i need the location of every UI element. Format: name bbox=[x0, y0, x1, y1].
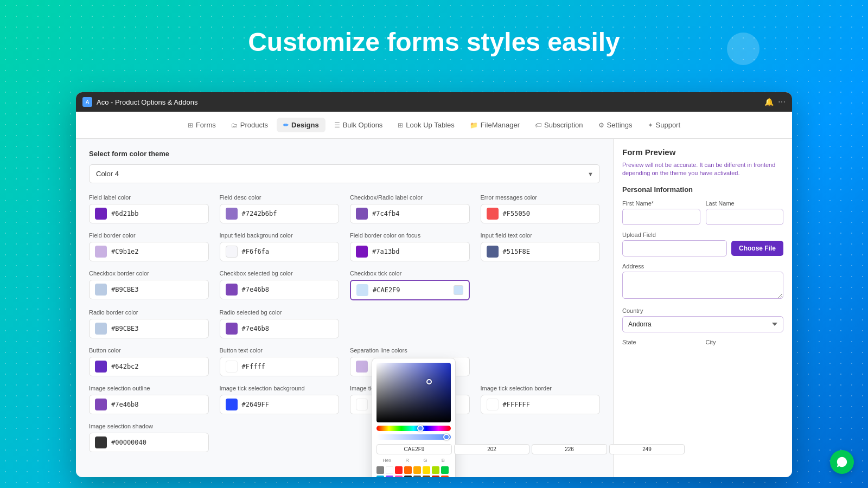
picker-g-input[interactable]: 226 bbox=[532, 444, 607, 454]
radio-border-swatch[interactable] bbox=[95, 323, 107, 335]
choose-file-button[interactable]: Choose File bbox=[731, 241, 783, 256]
nav-file-manager[interactable]: 📁 FileManager bbox=[463, 118, 526, 132]
checkbox-label-color-input[interactable]: #7c4fb4 bbox=[350, 204, 470, 223]
nav-forms[interactable]: ⊞ Forms bbox=[181, 118, 222, 132]
picker-hue-bar[interactable] bbox=[376, 426, 451, 431]
preset-dark[interactable] bbox=[404, 476, 412, 477]
picker-b-input[interactable]: 249 bbox=[609, 444, 685, 454]
color-field-button: Button color #642bc2 bbox=[89, 347, 209, 376]
focus-border-swatch[interactable] bbox=[356, 246, 368, 258]
country-select[interactable]: Andorra United States United Kingdom Fra… bbox=[622, 316, 783, 332]
error-color-input[interactable]: #F55050 bbox=[481, 204, 601, 223]
img-tick-color-swatch[interactable] bbox=[356, 399, 368, 410]
preset-red[interactable] bbox=[395, 466, 403, 474]
preview-warning: Preview will not be accurate. It can be … bbox=[622, 161, 783, 178]
field-border-swatch[interactable] bbox=[95, 246, 107, 258]
button-text-swatch[interactable] bbox=[226, 361, 238, 373]
checkbox-selected-bg-swatch[interactable] bbox=[226, 284, 238, 296]
preset-scarlet[interactable] bbox=[441, 476, 449, 477]
error-swatch[interactable] bbox=[487, 208, 499, 220]
input-bg-swatch[interactable] bbox=[226, 246, 238, 258]
nav-products[interactable]: 🗂 Products bbox=[225, 118, 275, 132]
app-icon: A bbox=[82, 97, 92, 107]
preset-white[interactable] bbox=[386, 466, 393, 474]
img-shadow-swatch[interactable] bbox=[95, 436, 107, 448]
field-label-color-input[interactable]: #6d21bb bbox=[89, 204, 209, 223]
forms-icon: ⊞ bbox=[188, 121, 193, 129]
img-tick-bg-input[interactable]: #2649FF bbox=[220, 395, 340, 414]
radio-border-input[interactable]: #B9CBE3 bbox=[89, 319, 209, 338]
input-text-swatch[interactable] bbox=[487, 246, 499, 258]
field-label-swatch[interactable] bbox=[95, 208, 107, 220]
nav-support[interactable]: ✦ Support bbox=[641, 118, 687, 132]
more-icon[interactable]: ⋯ bbox=[778, 98, 786, 106]
upload-input[interactable] bbox=[622, 240, 727, 256]
first-name-field: First Name* bbox=[622, 200, 700, 225]
preset-mid[interactable] bbox=[413, 476, 421, 477]
nav-settings[interactable]: ⚙ Settings bbox=[592, 118, 639, 132]
nav-lookup-table[interactable]: ⊞ Look Up Tables bbox=[391, 118, 461, 132]
button-color-input[interactable]: #642bc2 bbox=[89, 357, 209, 376]
picker-opacity-bar[interactable] bbox=[376, 434, 451, 440]
img-shadow-label: Image selection shadow bbox=[89, 423, 209, 429]
img-tick-bg-swatch[interactable] bbox=[226, 399, 238, 410]
img-tick-border-input[interactable]: #FFFFFF bbox=[481, 395, 601, 414]
preset-darkred[interactable] bbox=[432, 476, 439, 477]
preset-green[interactable] bbox=[441, 466, 449, 474]
img-outline-swatch[interactable] bbox=[95, 399, 107, 410]
preset-pink[interactable] bbox=[395, 476, 403, 477]
picker-cursor[interactable] bbox=[426, 379, 432, 384]
preset-brown[interactable] bbox=[423, 476, 430, 477]
preset-lime[interactable] bbox=[432, 466, 439, 474]
color-field-checkbox-tick: Checkbox tick color #CAE2F9 bbox=[350, 270, 470, 300]
color-picker-popup[interactable]: CAE2F9 202 226 249 Hex R G B bbox=[372, 358, 456, 477]
focus-border-input[interactable]: #7a13bd bbox=[350, 242, 470, 261]
color-grid-row1: Field label color #6d21bb Field desc col… bbox=[89, 194, 600, 452]
img-tick-border-swatch[interactable] bbox=[487, 399, 499, 410]
picker-gradient[interactable] bbox=[376, 363, 451, 422]
nav-forms-label: Forms bbox=[196, 121, 216, 129]
picker-opacity-thumb[interactable] bbox=[443, 434, 450, 440]
input-text-input[interactable]: #515F8E bbox=[481, 242, 601, 261]
preset-amber[interactable] bbox=[413, 466, 421, 474]
checkbox-tick-swatch[interactable] bbox=[356, 284, 368, 296]
first-name-input[interactable] bbox=[622, 209, 700, 225]
checkbox-tick-value: #CAE2F9 bbox=[373, 286, 400, 294]
preset-gray[interactable] bbox=[376, 466, 384, 474]
picker-r-input[interactable]: 202 bbox=[454, 444, 529, 454]
separation-swatch[interactable] bbox=[356, 361, 368, 373]
button-color-swatch[interactable] bbox=[95, 361, 107, 373]
bell-icon[interactable]: 🔔 bbox=[764, 98, 774, 106]
img-outline-input[interactable]: #7e46b8 bbox=[89, 395, 209, 414]
checkbox-border-swatch[interactable] bbox=[95, 284, 107, 296]
field-desc-color-input[interactable]: #7242b6bf bbox=[220, 204, 340, 223]
picker-hex-input[interactable]: CAE2F9 bbox=[376, 444, 452, 454]
field-border-input[interactable]: #C9b1e2 bbox=[89, 242, 209, 261]
picker-hue-thumb[interactable] bbox=[417, 425, 424, 432]
nav-designs[interactable]: ✏ Designs bbox=[277, 118, 326, 132]
button-text-input[interactable]: #Fffff bbox=[220, 357, 340, 376]
radio-selected-bg-swatch[interactable] bbox=[226, 323, 238, 335]
preset-cyan[interactable] bbox=[376, 476, 384, 477]
last-name-input[interactable] bbox=[706, 209, 784, 225]
chat-button[interactable] bbox=[830, 450, 854, 474]
checkbox-label-swatch[interactable] bbox=[356, 208, 368, 220]
address-input[interactable] bbox=[622, 272, 783, 299]
field-desc-swatch[interactable] bbox=[226, 208, 238, 220]
preset-purple[interactable] bbox=[386, 476, 393, 477]
color-field-empty3 bbox=[481, 309, 601, 338]
checkbox-border-input[interactable]: #B9CBE3 bbox=[89, 280, 209, 299]
theme-select[interactable]: Color 4 Color 1 Color 2 Color 3 bbox=[89, 164, 600, 183]
checkbox-tick-input[interactable]: #CAE2F9 bbox=[350, 280, 470, 300]
nav-subscription[interactable]: 🏷 Subscription bbox=[528, 118, 590, 132]
field-label-value: #6d21bb bbox=[111, 210, 139, 217]
preset-orange[interactable] bbox=[404, 466, 412, 474]
nav-bulk-options[interactable]: ☰ Bulk Options bbox=[328, 118, 390, 132]
error-value: #F55050 bbox=[503, 210, 531, 217]
radio-selected-bg-input[interactable]: #7e46b8 bbox=[220, 319, 340, 338]
img-shadow-input[interactable]: #00000040 bbox=[89, 433, 209, 452]
last-name-field: Last Name bbox=[706, 200, 784, 225]
preset-yellow[interactable] bbox=[423, 466, 430, 474]
checkbox-selected-bg-input[interactable]: #7e46b8 bbox=[220, 280, 340, 299]
input-bg-input[interactable]: #F6f6fa bbox=[220, 242, 340, 261]
